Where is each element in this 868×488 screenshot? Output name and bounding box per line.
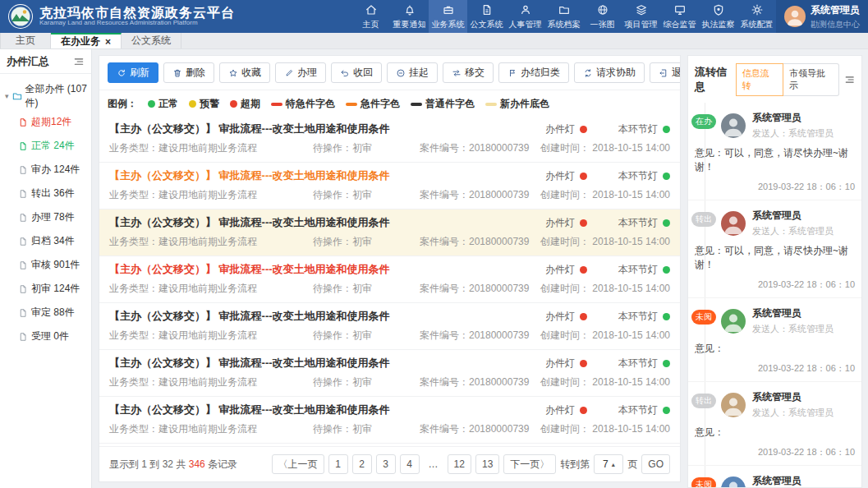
case-title[interactable]: 【主办（公文移交）】 审批流程---改变土地用途和使用条件 (109, 122, 545, 136)
page-tab[interactable]: 主页 × (0, 33, 51, 48)
flow-opinion: 意见： (695, 426, 857, 440)
case-title[interactable]: 【主办（公文移交）】 审批流程---改变土地用途和使用条件 (109, 262, 545, 277)
prev-page-button[interactable]: 〈上一页 (272, 454, 324, 474)
nav-icon (635, 3, 648, 16)
page-number-button[interactable]: 4 (400, 454, 420, 474)
button-icon (117, 68, 126, 78)
file-icon (18, 117, 28, 127)
tab-leader-comments[interactable]: 市领导批示 (783, 63, 839, 96)
case-number: 案件编号：20180000739 (420, 422, 540, 436)
list-icon[interactable] (844, 74, 855, 85)
top-nav-item-briefcase[interactable]: 业务系统 (429, 0, 467, 33)
toolbar-button-undo[interactable]: 收回 (331, 62, 382, 83)
toolbar-button-swap[interactable]: 移交 (443, 62, 494, 83)
case-pending-operation: 待操作：初审 (313, 329, 420, 343)
toolbar-button-return[interactable]: 退件 (650, 62, 681, 83)
case-title[interactable]: 【主办（公文移交）】 审批流程---改变土地用途和使用条件 (109, 215, 545, 230)
top-nav-item-doc[interactable]: 公文系统 (467, 0, 506, 33)
flow-item[interactable]: 未阅 系统管理员 发送人：系统管理员 意见：可以，同意，请尽快办理~谢谢！ 20… (688, 466, 861, 487)
top-nav-item-shield[interactable]: 执法监察 (699, 0, 737, 33)
top-nav-item-layers[interactable]: 项目管理 (622, 0, 660, 33)
goto-label: 转到第 (560, 458, 590, 472)
page-number-button[interactable]: 3 (376, 454, 396, 474)
sidebar-tree-item[interactable]: 受理 0件 (3, 325, 88, 348)
sidebar-tree-item[interactable]: 初审 124件 (3, 277, 88, 301)
sidebar-tree-item[interactable]: 审核 901件 (3, 253, 88, 277)
top-nav-item-monitor[interactable]: 综合监管 (660, 0, 699, 33)
flow-opinion: 意见：可以，同意，请尽快办理~谢谢！ (695, 146, 857, 174)
sidebar-tree-item[interactable]: 归档 34件 (3, 229, 88, 253)
sidebar-tree-item[interactable]: 办理 78件 (3, 205, 88, 229)
node-lamp-green (663, 266, 670, 274)
case-pending-operation: 待操作：初审 (313, 282, 420, 296)
caret-down-icon[interactable]: ▾ (5, 92, 9, 100)
flow-item[interactable]: 转出 系统管理员 发送人：系统管理员 意见： 2019-03-22 18：06：… (688, 382, 861, 466)
case-business-type: 业务类型：建设用地前期业务流程 (109, 188, 313, 202)
go-button[interactable]: GO (641, 454, 670, 474)
toolbar-button-classify[interactable]: 办结归类 (498, 62, 569, 83)
close-icon[interactable]: × (105, 36, 111, 48)
case-row[interactable]: 【主办（公文移交）】 审批流程---改变土地用途和使用条件 办件灯 本环节灯 业… (99, 116, 680, 163)
case-row[interactable]: 【主办（公文移交）】 审批流程---改变土地用途和使用条件 办件灯 本环节灯 业… (99, 350, 680, 397)
flow-item[interactable]: 在办 系统管理员 发送人：系统管理员 意见：可以，同意，请尽快办理~谢谢！ 20… (688, 103, 861, 200)
top-nav-item-bell[interactable]: 重要通知 (390, 0, 429, 33)
case-business-type: 业务类型：建设用地前期业务流程 (109, 329, 313, 343)
tree-root-all-cases[interactable]: ▾ 全部办件 (107件) (3, 82, 88, 110)
avatar (721, 393, 746, 417)
top-nav-item-gear[interactable]: 系统配置 (737, 0, 776, 33)
toolbar-button-suspend[interactable]: 挂起 (387, 62, 438, 83)
toolbar-button-refresh[interactable]: 刷新 (108, 62, 158, 83)
case-title[interactable]: 【主办（公文移交）】 审批流程---改变土地用途和使用条件 (109, 403, 545, 417)
case-title[interactable]: 【主办（公文移交）】 审批流程---改变土地用途和使用条件 (109, 356, 545, 371)
nav-icon (403, 3, 416, 16)
top-nav: 主页 重要通知 业务系统 公文系统 人事管理 系统档案 一张图 项目管理 综合监… (351, 0, 776, 33)
case-pending-operation: 待操作：初审 (313, 235, 420, 249)
status-dot (148, 100, 155, 108)
case-row[interactable]: 【主办（公文移交）】 审批流程---改变土地用途和使用条件 办件灯 本环节灯 业… (99, 397, 680, 444)
spinner-up-icon[interactable]: ▴ (612, 461, 615, 468)
toolbar-button-pen[interactable]: 办理 (275, 62, 326, 83)
top-nav-item-folder[interactable]: 系统档案 (544, 0, 583, 33)
sidebar-tree-item[interactable]: 审办 124件 (3, 158, 88, 182)
case-business-type: 业务类型：建设用地前期业务流程 (109, 375, 313, 389)
top-nav-item-home[interactable]: 主页 (351, 0, 390, 33)
top-nav-item-globe[interactable]: 一张图 (583, 0, 622, 33)
top-nav-item-person[interactable]: 人事管理 (506, 0, 544, 33)
case-lamp-red (580, 313, 587, 320)
sidebar-tree-item[interactable]: 正常 24件 (3, 134, 88, 158)
sidebar-tree-item[interactable]: 审定 88件 (3, 301, 88, 325)
color-dash (271, 103, 282, 106)
page-tab[interactable]: 公文系统 × (122, 33, 181, 48)
case-title[interactable]: 【主办（公文移交）】 审批流程---改变土地用途和使用条件 (109, 309, 545, 324)
case-created-time: 创建时间： 2018-10-15 14:00 (540, 188, 670, 202)
page-number-button[interactable]: 1 (328, 454, 348, 474)
case-row[interactable]: 【主办（公文移交）】 审批流程---改变土地用途和使用条件 办件灯 本环节灯 业… (99, 303, 680, 350)
tab-info-flow[interactable]: 信息流转 (736, 63, 783, 96)
toolbar-button-star[interactable]: 收藏 (219, 62, 270, 83)
status-badge: 转出 (691, 212, 716, 227)
user-menu[interactable]: 系统管理员 勘测信息中心 (776, 0, 868, 33)
page-number-button[interactable]: 13 (475, 454, 499, 474)
toolbar-button-trash[interactable]: 删除 (163, 62, 214, 83)
case-title[interactable]: 【主办（公文移交）】 审批流程---改变土地用途和使用条件 (109, 168, 545, 183)
status-badge: 转出 (691, 394, 716, 408)
sidebar-tree-item[interactable]: 超期12件 (3, 110, 88, 134)
page-tab[interactable]: 在办业务 × (51, 33, 122, 48)
page-number-button[interactable]: 12 (448, 454, 471, 474)
case-number: 案件编号：20180000739 (420, 188, 540, 202)
next-page-button[interactable]: 下一页〉 (503, 454, 556, 474)
page-number-button[interactable]: 2 (352, 454, 372, 474)
case-pending-operation: 待操作：初审 (313, 141, 420, 155)
case-row[interactable]: 【主办（公文移交）】 审批流程---改变土地用途和使用条件 办件灯 本环节灯 业… (99, 209, 680, 256)
case-row[interactable]: 【主办（公文移交）】 审批流程---改变土地用途和使用条件 办件灯 本环节灯 业… (99, 163, 680, 209)
toolbar-button-assist[interactable]: 请求协助 (574, 62, 645, 83)
case-row[interactable]: 【主办（公文移交）】 审批流程---改变土地用途和使用条件 办件灯 本环节灯 业… (99, 256, 680, 303)
flow-item[interactable]: 转出 系统管理员 发送人：系统管理员 意见：可以，同意，请尽快办理~谢谢！ 20… (688, 200, 861, 298)
case-summary-tree: ▾ 全部办件 (107件) 超期12件 正常 24件 审办 124件 转出 36… (0, 74, 91, 357)
list-icon[interactable] (73, 56, 85, 67)
sidebar-tree-item[interactable]: 转出 36件 (3, 182, 88, 205)
goto-page-input[interactable]: 7▴ (594, 454, 623, 474)
flow-item[interactable]: 未阅 系统管理员 发送人：系统管理员 意见： 2019-03-22 18：06：… (688, 298, 861, 382)
case-created-time: 创建时间： 2018-10-15 14:00 (540, 235, 670, 249)
avatar (721, 211, 746, 236)
